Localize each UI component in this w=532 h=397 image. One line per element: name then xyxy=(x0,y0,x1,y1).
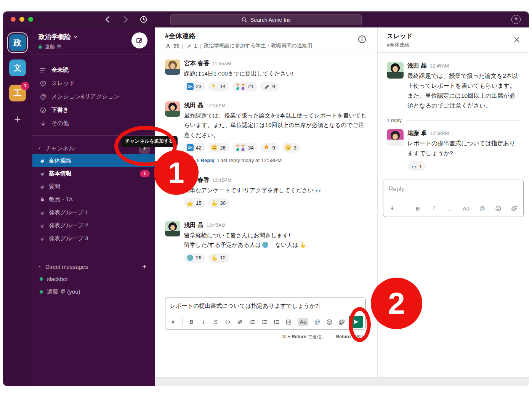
reaction-pill[interactable]: 30 xyxy=(208,198,229,208)
bold-button[interactable]: B xyxy=(188,318,195,326)
add-dm-button[interactable]: + xyxy=(139,261,150,272)
reaction-pill[interactable]: 23 xyxy=(184,82,205,92)
paperclip-icon xyxy=(511,205,518,212)
reaction-pill[interactable]: 14 xyxy=(208,82,229,92)
format-toggle-button[interactable]: Aa xyxy=(463,204,470,213)
lightning-icon xyxy=(389,205,396,212)
workspace-unread-badge: 1 xyxy=(21,82,29,90)
strikethrough-button[interactable]: S xyxy=(213,318,219,326)
sidebar-item-threads[interactable]: スレッド xyxy=(32,77,155,90)
message-author[interactable]: 浅田 晶 xyxy=(407,62,427,70)
thread-reply-bar[interactable]: 1 Reply Last reply today at 12:58PM xyxy=(184,156,370,165)
link-icon xyxy=(237,319,243,325)
sidebar-channel-item[interactable]: # 全体連絡 xyxy=(32,154,155,167)
close-icon[interactable] xyxy=(513,36,521,43)
reaction-pill[interactable]: 34 xyxy=(232,143,257,153)
sidebar-dm-item[interactable]: 遠藤 卓 (you) xyxy=(32,285,155,298)
code-block-button[interactable] xyxy=(285,318,292,326)
new-message-button[interactable] xyxy=(131,32,147,48)
message-author[interactable]: 浅田 晶 xyxy=(184,221,204,229)
message-author[interactable]: 宮本 春香 xyxy=(184,176,209,184)
minimize-window-button[interactable] xyxy=(19,17,24,22)
reaction-pill[interactable]: 21 xyxy=(232,82,257,92)
message-timestamp[interactable]: 12:45AM xyxy=(207,103,226,108)
sidebar-channel-item[interactable]: # 基本情報 1 xyxy=(32,167,155,180)
reply-input[interactable]: Reply xyxy=(383,180,523,200)
sidebar-channel-item[interactable]: # 発表グループ 1 xyxy=(32,206,155,219)
avatar xyxy=(165,59,180,75)
shortcuts-button[interactable] xyxy=(170,318,176,326)
message-timestamp[interactable]: 12:45AM xyxy=(207,223,226,228)
history-forward-icon[interactable] xyxy=(121,15,130,24)
pin-count[interactable]: 1 xyxy=(194,43,197,49)
workspace-switcher-literature[interactable]: 文 xyxy=(9,59,26,76)
question-icon: ? xyxy=(514,16,518,23)
sidebar-channel-item[interactable]: 教員・TA xyxy=(32,193,155,206)
ordered-list-button[interactable] xyxy=(249,318,255,326)
reaction-pill[interactable]: 1 xyxy=(407,161,426,171)
reaction-pill[interactable]: 26 xyxy=(184,253,205,263)
message-timestamp[interactable]: 11:55AM xyxy=(212,61,231,66)
shortcuts-button[interactable] xyxy=(389,204,396,213)
message-input[interactable]: レポートの提出書式については指定ありますでしょうか? xyxy=(165,297,365,314)
dm-section-header[interactable]: Direct messages + xyxy=(32,261,155,272)
italic-button[interactable]: I xyxy=(430,204,437,213)
member-count[interactable]: 55 xyxy=(173,43,179,49)
send-button[interactable] xyxy=(349,316,363,328)
reaction-pill[interactable]: 42 xyxy=(184,143,205,153)
bulleted-list-button[interactable] xyxy=(261,318,268,326)
sidebar-channel-item[interactable]: # 質問 xyxy=(32,180,155,193)
help-button[interactable]: ? xyxy=(511,15,521,24)
sidebar-item-all-unreads[interactable]: 全未読 xyxy=(32,63,155,77)
format-toggle-button[interactable]: Aa xyxy=(298,318,308,326)
bold-button[interactable]: B xyxy=(414,204,421,213)
history-clock-icon[interactable] xyxy=(139,15,148,24)
reaction-pill[interactable]: 15 xyxy=(184,198,205,208)
ordered-list-icon xyxy=(249,319,255,325)
blockquote-button[interactable] xyxy=(273,318,280,326)
sidebar-channel-item[interactable]: # 発表グループ 2 xyxy=(32,219,155,232)
message-timestamp[interactable]: 13:15PM xyxy=(212,178,231,183)
attach-button[interactable] xyxy=(511,204,518,213)
italic-button[interactable]: I xyxy=(200,318,207,326)
reaction-pill[interactable]: 9 xyxy=(260,143,279,153)
sidebar-dm-item[interactable]: slackbot xyxy=(32,272,155,285)
message-timestamp[interactable]: 12:45AM xyxy=(430,63,449,69)
message-timestamp[interactable]: 12:58PM xyxy=(430,131,449,136)
sidebar-item-mentions[interactable]: @ メンション&リアクション xyxy=(32,90,155,103)
close-window-button[interactable] xyxy=(11,17,16,22)
workspace-switcher-engineering[interactable]: 工 1 xyxy=(9,85,26,101)
link-button[interactable] xyxy=(237,318,243,326)
compose-icon xyxy=(136,37,143,44)
sidebar-item-more[interactable]: その他 xyxy=(32,117,155,130)
add-workspace-button[interactable]: + xyxy=(14,114,21,125)
attach-button[interactable] xyxy=(338,318,345,326)
channel-title[interactable]: #全体連絡 xyxy=(165,31,371,40)
ok-person-pair-emoji-icon xyxy=(235,83,246,90)
message-author[interactable]: 宮本 春香 xyxy=(184,59,209,68)
sidebar-item-drafts[interactable]: 下書き xyxy=(32,103,155,117)
history-back-icon[interactable] xyxy=(104,15,112,24)
channel-topic[interactable]: 政治学概論に参加する学生・教職員間の連絡用 xyxy=(204,42,312,49)
emoji-button[interactable] xyxy=(495,204,502,213)
reaction-bar: 42 26 34 9 3 xyxy=(184,143,370,153)
more-formatting-button[interactable]: … xyxy=(447,204,453,213)
zoom-window-button[interactable] xyxy=(28,17,33,22)
sidebar-channel-item[interactable]: # 発表グループ 3 xyxy=(32,232,155,245)
reply-count-link[interactable]: 1 Reply xyxy=(196,158,215,163)
code-button[interactable] xyxy=(224,318,231,326)
reaction-pill[interactable]: 9 xyxy=(260,82,279,92)
reaction-pill[interactable]: 12 xyxy=(208,253,229,263)
workspace-switcher-politics[interactable]: 政 xyxy=(9,34,26,51)
message-author[interactable]: 浅田 晶 xyxy=(184,101,204,109)
reaction-pill[interactable]: 26 xyxy=(208,143,229,153)
search-input[interactable]: Search Acme Inc xyxy=(170,14,362,25)
workspace-name: 政治学概論 xyxy=(38,32,71,41)
mention-button[interactable]: @ xyxy=(479,204,486,213)
message-author[interactable]: 遠藤 卓 xyxy=(407,129,427,137)
mention-button[interactable]: @ xyxy=(314,318,320,326)
channel-info-icon[interactable] xyxy=(357,35,367,44)
reaction-pill[interactable]: 3 xyxy=(282,143,300,153)
emoji-button[interactable] xyxy=(326,318,333,326)
caret-down-icon xyxy=(38,265,42,268)
